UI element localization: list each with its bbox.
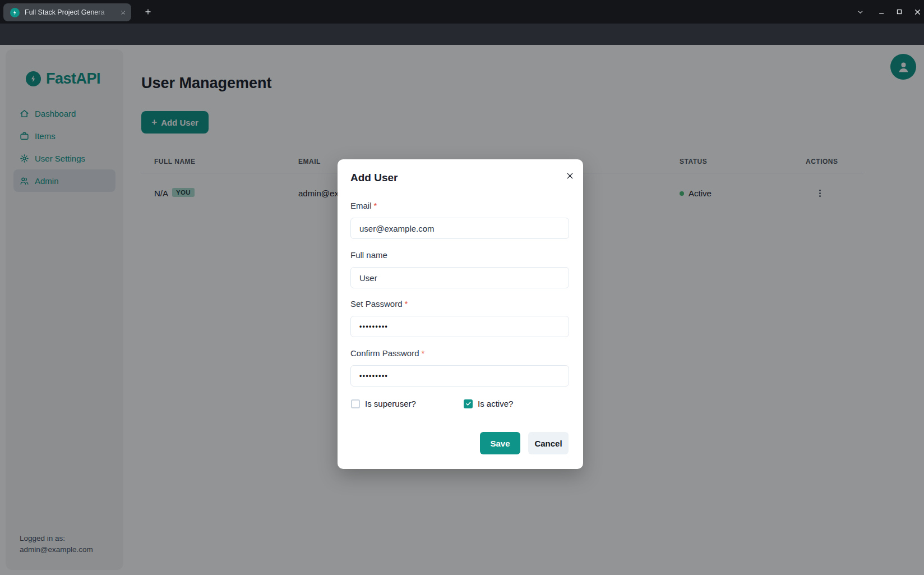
window-close-button[interactable] — [909, 4, 924, 20]
browser-tab-strip: Full Stack Project Genera — [0, 0, 924, 24]
cancel-button[interactable]: Cancel — [528, 432, 569, 454]
email-label: Email* — [350, 201, 377, 210]
browser-tab[interactable]: Full Stack Project Genera — [3, 3, 131, 21]
is-superuser-checkbox[interactable]: Is superuser? — [351, 399, 416, 408]
tab-title: Full Stack Project Genera — [25, 8, 113, 16]
page-viewport: FastAPI Dashboard Items User Settings Ad… — [0, 45, 924, 575]
confirm-password-label: Confirm Password* — [350, 348, 424, 358]
required-marker: * — [405, 299, 408, 309]
fastapi-favicon-icon — [10, 8, 20, 17]
full-name-label: Full name — [350, 250, 387, 260]
tab-search-chevron-icon[interactable] — [852, 4, 868, 20]
email-field[interactable] — [350, 218, 569, 239]
is-active-checkbox[interactable]: Is active? — [464, 399, 513, 408]
checkbox-unchecked-icon[interactable] — [351, 399, 360, 408]
window-maximize-button[interactable] — [891, 4, 907, 20]
set-password-label: Set Password* — [350, 299, 408, 309]
window-minimize-button[interactable] — [874, 4, 889, 20]
full-name-field[interactable] — [350, 267, 569, 288]
modal-close-icon[interactable] — [561, 167, 579, 185]
new-tab-button[interactable] — [141, 5, 155, 19]
is-superuser-label: Is superuser? — [365, 399, 416, 408]
checkbox-checked-icon[interactable] — [464, 399, 473, 408]
save-button[interactable]: Save — [480, 432, 520, 454]
tab-close-icon[interactable] — [118, 8, 127, 17]
confirm-password-field[interactable] — [350, 365, 569, 387]
required-marker: * — [374, 201, 377, 210]
modal-title: Add User — [350, 172, 398, 184]
is-active-label: Is active? — [478, 399, 513, 408]
required-marker: * — [422, 348, 425, 358]
add-user-modal: Add User Email* Full name Set Password* … — [338, 159, 583, 469]
set-password-field[interactable] — [350, 316, 569, 337]
browser-navbar: i localhost/admin 1 — [0, 24, 924, 45]
